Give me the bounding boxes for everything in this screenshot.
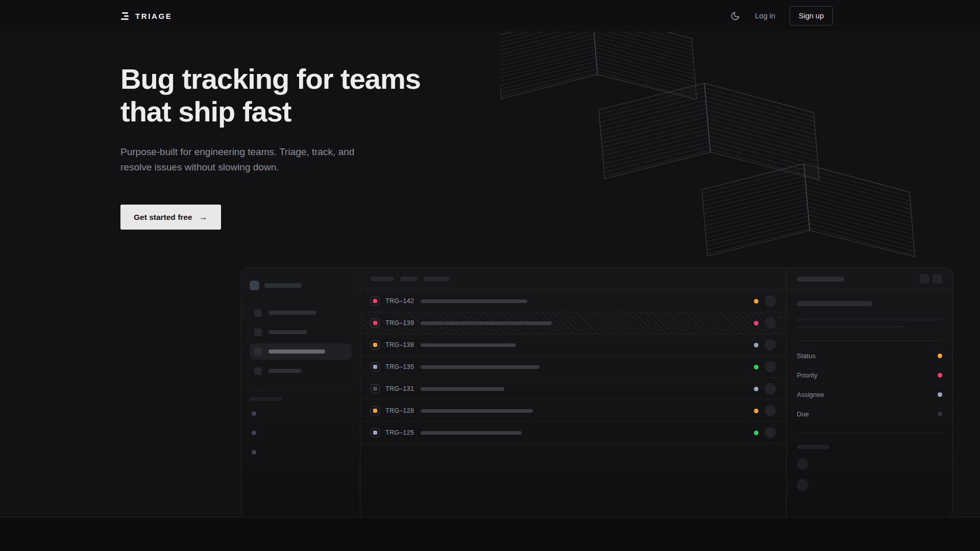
brand-name: TRIAGE <box>135 12 172 20</box>
issue-list-header <box>360 268 786 290</box>
details-title-placeholder <box>797 277 844 282</box>
issue-row: TRG–128 <box>360 400 786 422</box>
issue-type-icon <box>371 406 380 415</box>
issue-title-placeholder <box>421 409 533 413</box>
divider <box>250 302 352 302</box>
issue-title-placeholder <box>421 343 516 347</box>
panel-action-button <box>933 274 942 284</box>
issue-title-placeholder <box>421 321 552 325</box>
status-dot <box>754 321 758 325</box>
panel-action-button <box>920 274 929 284</box>
issue-row-selected: TRG–139 <box>360 312 786 334</box>
divider <box>250 390 352 391</box>
issue-title-placeholder <box>421 387 504 391</box>
status-dot <box>754 299 758 304</box>
status-dot <box>754 343 758 347</box>
issue-type-icon <box>371 318 380 328</box>
detail-field: Status <box>797 346 942 365</box>
issue-title-placeholder <box>421 299 527 303</box>
issue-type-icon <box>371 428 380 437</box>
details-fields: Status Priority Assignee Due <box>797 346 942 423</box>
issue-row: TRG–135 <box>360 356 786 378</box>
section-label-placeholder <box>250 397 282 401</box>
nav-item-label-placeholder <box>268 369 301 373</box>
nav-item-icon <box>254 329 262 336</box>
issue-id: TRG–128 <box>385 407 415 414</box>
hero-title-line2: that ship fast <box>120 95 291 128</box>
field-value-dot <box>938 392 942 397</box>
assignee-avatar <box>765 339 776 350</box>
preview-workspace-row <box>250 281 352 290</box>
field-value-dot <box>938 412 942 416</box>
preview-nav-item <box>250 305 352 321</box>
field-label: Assignee <box>797 391 824 398</box>
preview-details-panel: Status Priority Assignee Due <box>786 268 952 517</box>
field-label: Due <box>797 410 809 418</box>
issue-id: TRG–142 <box>385 297 415 305</box>
moon-icon <box>730 11 740 21</box>
arrow-right-icon: → <box>199 212 208 222</box>
assignee-avatar <box>765 383 776 394</box>
status-dot <box>754 387 758 391</box>
field-label: Status <box>797 352 816 360</box>
issue-title-placeholder <box>421 365 540 369</box>
preview-sidebar <box>241 268 360 517</box>
nav-item-label-placeholder <box>268 330 307 334</box>
issue-id: TRG–131 <box>385 385 415 392</box>
preview-issue-list: TRG–142 TRG–139 TRG–138 <box>360 268 786 517</box>
assignee-avatar <box>765 361 776 372</box>
issue-id: TRG–139 <box>385 319 415 327</box>
nav-actions: Log in Sign up <box>729 6 833 26</box>
activity-label-placeholder <box>797 445 829 449</box>
hero-title: Bug tracking for teams that ship fast <box>120 63 980 128</box>
nav-item-label-placeholder <box>268 311 316 315</box>
issue-id: TRG–138 <box>385 341 415 348</box>
field-value-dot <box>938 373 942 378</box>
description-line-placeholder <box>797 325 905 328</box>
assignee-avatar <box>765 317 776 329</box>
issue-type-icon <box>371 362 380 371</box>
preview-nav-item <box>250 324 352 340</box>
issue-type-icon <box>371 340 380 349</box>
issue-title-placeholder <box>797 301 872 306</box>
preview-nav-item <box>250 363 352 379</box>
divider <box>797 433 942 433</box>
hero-title-line1: Bug tracking for teams <box>120 63 421 95</box>
issue-row: TRG–138 <box>360 334 786 356</box>
preview-project-dots <box>250 411 352 455</box>
theme-toggle-button[interactable] <box>729 10 741 21</box>
login-link[interactable]: Log in <box>755 12 775 20</box>
issue-type-icon <box>371 384 380 393</box>
assignee-avatar <box>765 427 776 438</box>
workspace-name-placeholder <box>264 283 302 288</box>
hero-subtitle: Purpose-built for engineering teams. Tri… <box>120 144 980 175</box>
status-dot <box>754 409 758 413</box>
issue-row: TRG–125 <box>360 422 786 444</box>
get-started-button[interactable]: Get started free → <box>120 205 221 230</box>
top-nav: TRIAGE Log in Sign up <box>0 0 980 32</box>
nav-item-icon <box>254 348 262 356</box>
issue-id: TRG–135 <box>385 363 415 370</box>
details-actions <box>920 274 942 284</box>
assignee-avatar <box>765 295 776 307</box>
preview-nav-items <box>250 305 352 379</box>
details-header <box>787 268 952 290</box>
issue-id: TRG–125 <box>385 429 415 436</box>
activity-avatar-placeholder <box>797 458 808 470</box>
nav-item-icon <box>254 367 262 375</box>
filter-placeholder <box>371 277 394 281</box>
nav-item-icon <box>254 309 262 317</box>
status-dot <box>754 365 758 369</box>
detail-field: Due <box>797 404 942 423</box>
app-preview-panel: TRG–142 TRG–139 TRG–138 <box>241 267 953 517</box>
status-dot <box>754 431 758 435</box>
divider <box>797 340 942 341</box>
activity-avatar-placeholder <box>797 479 808 491</box>
detail-field: Priority <box>797 365 942 385</box>
preview-nav-item-active <box>250 343 352 360</box>
hero-section: Bug tracking for teams that ship fast Pu… <box>0 32 980 517</box>
signup-button[interactable]: Sign up <box>790 6 833 26</box>
description-line-placeholder <box>797 318 942 321</box>
workspace-avatar <box>250 281 259 290</box>
brand-logo[interactable]: TRIAGE <box>120 11 172 20</box>
